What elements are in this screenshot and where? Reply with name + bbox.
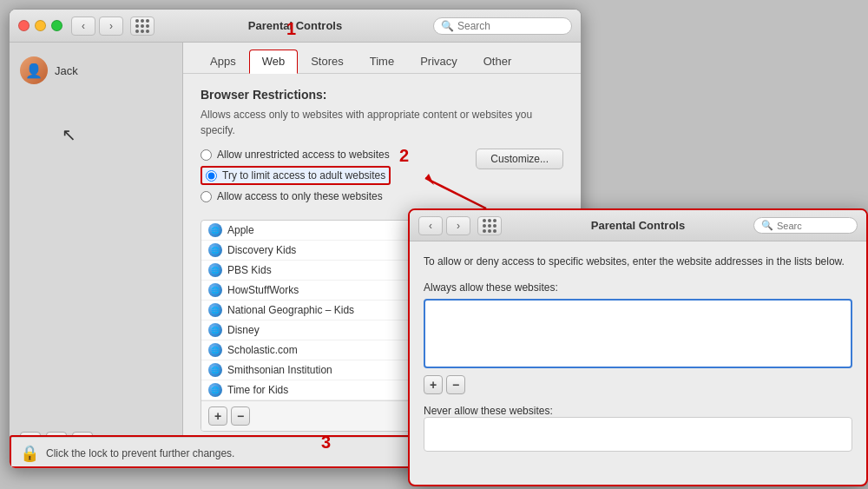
globe-icon: 🌐 [208, 363, 222, 377]
globe-icon: 🌐 [208, 383, 222, 397]
back-button[interactable]: ‹ [71, 17, 95, 36]
cursor-arrow: ↖ [62, 124, 182, 145]
red-arrow [408, 169, 512, 213]
description: Allows access only to websites with appr… [201, 107, 563, 138]
website-name: Scholastic.com [227, 344, 298, 356]
popup-search-icon: 🔍 [761, 220, 773, 231]
radio-allow-only[interactable]: Allow access to only these websites [201, 190, 391, 202]
website-name: Apple [227, 224, 254, 236]
annotation-2: 2 [399, 146, 409, 166]
radio-unrestricted[interactable]: Allow unrestricted access to websites [201, 149, 391, 161]
website-name: Disney [227, 324, 260, 336]
close-button[interactable] [18, 20, 30, 31]
popup-content: To allow or deny access to specific webs… [410, 241, 866, 464]
customize-button[interactable]: Customize... [476, 149, 563, 169]
lock-icon[interactable]: 🔒 [20, 444, 39, 463]
globe-icon: 🌐 [208, 283, 222, 297]
website-name: Smithsonian Institution [227, 364, 332, 376]
avatar: 👤 [20, 56, 48, 84]
website-name: PBS Kids [227, 264, 272, 276]
maximize-button[interactable] [51, 20, 62, 31]
tab-other[interactable]: Other [470, 50, 525, 73]
globe-icon: 🌐 [208, 323, 222, 337]
radio-limit-adult[interactable]: Try to limit access to adult websites [201, 166, 391, 185]
never-allow-textarea[interactable] [424, 417, 852, 452]
globe-icon: 🌐 [208, 243, 222, 257]
search-bar[interactable]: 🔍 [433, 17, 572, 35]
tab-web[interactable]: Web [249, 50, 299, 74]
always-allow-textarea[interactable] [424, 299, 852, 368]
website-name: HowStuffWorks [227, 284, 299, 296]
popup-add-remove: + − [424, 375, 852, 394]
annotation-3: 3 [321, 433, 331, 453]
add-website-button[interactable]: + [208, 406, 227, 426]
popup-window: ‹ › Parental Controls 🔍 To allow or deny… [408, 208, 868, 486]
nav-buttons: ‹ › [71, 17, 155, 36]
never-allow-label: Never allow these websites: [424, 405, 852, 417]
svg-line-0 [425, 178, 486, 208]
popup-grid-button[interactable] [477, 216, 502, 235]
globe-icon: 🌐 [208, 263, 222, 277]
website-name: National Geographic – Kids [227, 304, 354, 316]
globe-icon: 🌐 [208, 343, 222, 357]
annotation-1: 1 [286, 19, 296, 39]
tab-stores[interactable]: Stores [298, 50, 357, 73]
popup-search-input[interactable] [777, 221, 850, 231]
popup-forward-button[interactable]: › [446, 216, 470, 235]
user-item[interactable]: 👤 Jack [10, 51, 182, 89]
radio-group: Allow unrestricted access to websites Tr… [201, 149, 391, 202]
popup-remove-button[interactable]: − [446, 375, 465, 394]
popup-window-title: Parental Controls [591, 219, 685, 232]
popup-title-bar: ‹ › Parental Controls 🔍 [410, 210, 866, 241]
grid-button[interactable] [130, 17, 155, 36]
popup-description: To allow or deny access to specific webs… [424, 254, 852, 269]
globe-icon: 🌐 [208, 223, 222, 237]
website-name: Time for Kids [227, 384, 288, 396]
lock-text: Click the lock to prevent further change… [46, 447, 234, 459]
tabs: Apps Web Stores Time Privacy Other [183, 43, 581, 73]
sidebar: 👤 Jack ↖ + − ⚙ [10, 43, 183, 468]
minimize-button[interactable] [35, 20, 46, 31]
forward-button[interactable]: › [99, 17, 123, 36]
search-input[interactable] [457, 20, 564, 32]
popup-search-bar[interactable]: 🔍 [753, 217, 858, 234]
popup-add-button[interactable]: + [424, 375, 443, 394]
popup-nav-buttons: ‹ › [418, 216, 502, 235]
tab-time[interactable]: Time [357, 50, 407, 73]
user-name: Jack [55, 64, 78, 77]
tab-apps[interactable]: Apps [197, 50, 249, 73]
always-allow-label: Always allow these websites: [424, 281, 852, 294]
traffic-lights [18, 20, 62, 31]
globe-icon: 🌐 [208, 303, 222, 317]
popup-back-button[interactable]: ‹ [418, 216, 443, 235]
search-icon: 🔍 [441, 20, 454, 32]
tab-privacy[interactable]: Privacy [407, 50, 470, 73]
website-name: Discovery Kids [227, 244, 296, 256]
remove-website-button[interactable]: − [231, 406, 250, 426]
section-title: Browser Restrictions: [201, 88, 563, 102]
